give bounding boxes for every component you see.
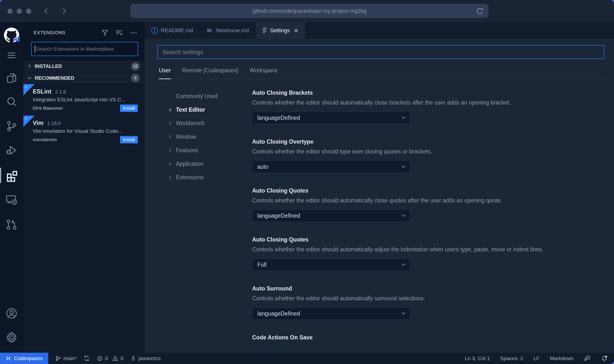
branch-status[interactable]: main* xyxy=(55,355,77,362)
setting-description: Controls whether the editor should autom… xyxy=(252,246,604,253)
toc-item-application[interactable]: Application xyxy=(168,157,252,171)
extension-publisher: vscodevim xyxy=(33,137,57,142)
toc-item-text-editor[interactable]: Text Editor xyxy=(168,103,252,117)
indentation-status[interactable]: Spaces: 2 xyxy=(500,355,523,361)
browser-chrome: github.com/codespaces/user-my-project-mg… xyxy=(0,0,614,22)
chevron-right-icon xyxy=(27,63,32,69)
setting-description: Controls whether the editor should autom… xyxy=(252,295,604,302)
setting-dropdown-value: languageDefined xyxy=(257,310,300,317)
extensions-sidebar: EXTENSIONS Search Extensions in Marketpl… xyxy=(23,22,144,353)
setting-title: Code Actions On Save xyxy=(252,334,604,341)
chevron-down-icon xyxy=(27,75,32,81)
extension-item-vim[interactable]: ☆ Vim 1.16.0 Vim emulation for Visual St… xyxy=(23,116,144,147)
window-control-zoom[interactable] xyxy=(26,9,31,14)
install-button[interactable]: Install xyxy=(120,105,138,112)
setting-title: Auto Closing Quotes xyxy=(252,236,604,243)
window-control-close[interactable] xyxy=(7,9,13,14)
settings-search-input[interactable] xyxy=(157,45,604,59)
search-icon[interactable] xyxy=(0,96,23,108)
setting-dropdown[interactable]: auto xyxy=(252,161,410,173)
settings-toc: Commonly Used Text Editor Workbench xyxy=(157,90,252,353)
chevron-down-icon xyxy=(402,164,406,168)
reload-icon[interactable] xyxy=(476,7,484,15)
close-icon[interactable]: × xyxy=(294,27,298,34)
chevron-right-icon xyxy=(168,121,172,125)
toc-item-features[interactable]: Features xyxy=(168,144,252,157)
extension-description: Integrates ESLint JavaScript into VS C..… xyxy=(33,97,138,103)
info-icon: i xyxy=(151,27,158,34)
install-button[interactable]: Install xyxy=(120,136,138,143)
tab-readme[interactable]: i README.md xyxy=(144,22,200,39)
eol-status[interactable]: LF xyxy=(534,355,540,361)
scope-tab-remote[interactable]: Remote [Codespaces] xyxy=(182,67,238,79)
remote-explorer-icon[interactable] xyxy=(0,193,23,206)
notifications-button[interactable] xyxy=(601,355,608,362)
extensions-search-placeholder: Search Extensions in Marketplace xyxy=(36,46,114,52)
tab-label: NewIssue.md xyxy=(216,27,249,34)
feedback-button[interactable] xyxy=(584,355,591,362)
activity-bar xyxy=(0,22,23,353)
setting-dropdown[interactable]: languageDefined xyxy=(252,112,410,124)
more-actions-icon[interactable] xyxy=(129,29,138,37)
setting-dropdown[interactable]: Full xyxy=(252,258,410,271)
sync-icon xyxy=(83,355,90,362)
tab-settings[interactable]: Settings × xyxy=(256,22,305,39)
toc-item-extensions[interactable]: Extensions xyxy=(168,171,252,184)
feedback-icon xyxy=(584,355,591,362)
setting-dropdown[interactable]: languageDefined xyxy=(252,210,410,222)
pull-request-icon[interactable] xyxy=(0,218,23,231)
tab-label: README.md xyxy=(161,27,193,34)
account-icon[interactable] xyxy=(0,307,23,320)
run-debug-icon[interactable] xyxy=(0,144,23,156)
back-icon[interactable] xyxy=(42,7,50,15)
setting-dropdown-value: languageDefined xyxy=(257,212,300,219)
toc-item-workbench[interactable]: Workbench xyxy=(168,117,252,130)
menu-icon[interactable] xyxy=(0,50,23,61)
section-installed[interactable]: INSTALLED 16 xyxy=(23,61,144,72)
explorer-icon[interactable] xyxy=(0,72,23,84)
extension-description: Vim emulation for Visual Studio Code... xyxy=(33,128,138,134)
section-label: RECOMMENDED xyxy=(35,75,74,81)
user-status[interactable]: jasonetco xyxy=(130,355,161,361)
extension-version: 2.1.8 xyxy=(55,89,66,95)
toc-item-window[interactable]: Window xyxy=(168,130,252,144)
codespaces-remote-button[interactable]: Codespaces xyxy=(0,353,48,364)
extension-item-eslint[interactable]: ☆ ESLint 2.1.8 Integrates ESLint JavaScr… xyxy=(23,84,144,116)
scope-tab-workspace[interactable]: Workspace xyxy=(249,67,278,79)
source-control-icon[interactable] xyxy=(0,120,23,132)
warning-icon xyxy=(112,355,118,362)
filter-icon[interactable] xyxy=(101,29,109,36)
toc-item-commonly-used[interactable]: Commonly Used xyxy=(168,90,252,103)
setting-dropdown[interactable]: languageDefined xyxy=(252,307,410,320)
scope-tab-user[interactable]: User xyxy=(159,67,171,79)
setting-dropdown-value: Full xyxy=(257,261,266,268)
address-bar[interactable]: github.com/codespaces/user-my-project-mg… xyxy=(130,4,488,18)
tab-newissue[interactable]: M↓ NewIssue.md xyxy=(200,22,256,39)
vscode-logo-icon xyxy=(13,36,20,42)
settings-gear-icon[interactable] xyxy=(0,331,23,344)
setting-title: Auto Closing Quotes xyxy=(252,187,604,194)
chevron-right-icon xyxy=(168,135,172,139)
extensions-search-input[interactable]: Search Extensions in Marketplace xyxy=(31,42,138,56)
clear-extensions-icon[interactable] xyxy=(115,29,123,37)
extension-name: ESLint xyxy=(33,88,51,95)
cursor-position[interactable]: Ln 3, Col 1 xyxy=(465,355,490,361)
setting-entry: Code Actions On Save xyxy=(252,334,604,341)
extensions-icon[interactable] xyxy=(0,169,23,182)
setting-entry: Auto Closing Brackets Controls whether t… xyxy=(252,90,604,124)
sync-status[interactable] xyxy=(83,355,90,362)
window-control-minimize[interactable] xyxy=(17,9,22,14)
forward-icon[interactable] xyxy=(60,7,68,15)
github-codespaces-logo[interactable] xyxy=(4,28,19,43)
editor-area: i README.md M↓ NewIssue.md Settings × xyxy=(144,22,614,353)
chevron-down-icon xyxy=(402,213,406,217)
problems-status[interactable]: 0 0 xyxy=(97,355,123,362)
settings-list-icon xyxy=(263,28,267,33)
recommended-extensions-list: ☆ ESLint 2.1.8 Integrates ESLint JavaScr… xyxy=(23,84,144,353)
section-recommended[interactable]: RECOMMENDED 4 xyxy=(23,72,144,84)
sidebar-title: EXTENSIONS xyxy=(34,30,65,35)
setting-entry: Auto Closing Quotes Controls whether the… xyxy=(252,187,604,222)
person-icon xyxy=(130,355,136,361)
status-bar: Codespaces main* 0 0 xyxy=(0,353,614,364)
language-mode[interactable]: Markdown xyxy=(550,355,574,361)
